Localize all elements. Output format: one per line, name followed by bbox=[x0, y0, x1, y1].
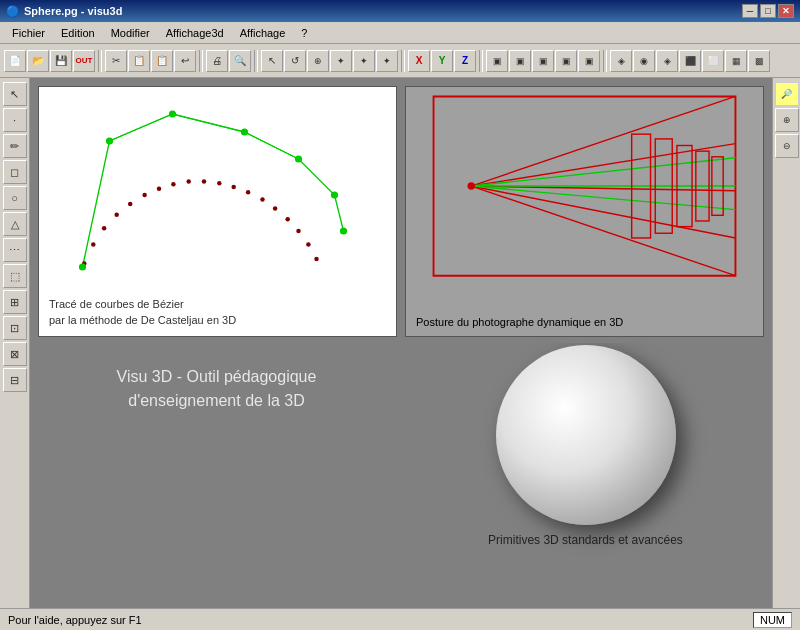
svg-point-13 bbox=[260, 197, 265, 202]
tb-axis-x[interactable]: X bbox=[408, 50, 430, 72]
canvas-area: Tracé de courbes de Bézier par la méthod… bbox=[30, 78, 772, 608]
menu-edition[interactable]: Edition bbox=[53, 25, 103, 41]
app-icon: 🔵 bbox=[6, 5, 20, 18]
tb-copy[interactable]: 📋 bbox=[128, 50, 150, 72]
bezier-label: Tracé de courbes de Bézier par la méthod… bbox=[49, 297, 236, 328]
svg-line-28 bbox=[245, 132, 299, 159]
sidebar-line[interactable]: ✏ bbox=[3, 134, 27, 158]
title-bar: 🔵 Sphere.pg - visu3d ─ □ ✕ bbox=[0, 0, 800, 22]
minimize-button[interactable]: ─ bbox=[742, 4, 758, 18]
tb-render6[interactable]: ▦ bbox=[725, 50, 747, 72]
svg-point-12 bbox=[246, 190, 251, 195]
svg-line-26 bbox=[110, 114, 173, 141]
title-bar-controls: ─ □ ✕ bbox=[742, 4, 794, 18]
svg-line-27 bbox=[173, 114, 245, 132]
tb-rotate[interactable]: ↺ bbox=[284, 50, 306, 72]
photo-quadrant: Posture du photographe dynamique en 3D bbox=[401, 78, 772, 343]
sidebar-circle[interactable]: ○ bbox=[3, 186, 27, 210]
svg-point-3 bbox=[114, 213, 119, 218]
tb-cursor[interactable]: ↖ bbox=[261, 50, 283, 72]
tb-render1[interactable]: ◈ bbox=[610, 50, 632, 72]
sidebar-tool8[interactable]: ⊞ bbox=[3, 290, 27, 314]
tb-render7[interactable]: ▩ bbox=[748, 50, 770, 72]
toolbar-sep-5 bbox=[479, 50, 483, 72]
sphere-quadrant: Primitives 3D standards et avancées bbox=[401, 343, 772, 608]
right-sidebar-btn2[interactable]: ⊕ bbox=[775, 108, 799, 132]
tb-cut[interactable]: ✂ bbox=[105, 50, 127, 72]
sphere-object bbox=[496, 345, 676, 525]
menu-affichage3d[interactable]: Affichage3d bbox=[158, 25, 232, 41]
window-title: Sphere.pg - visu3d bbox=[24, 5, 122, 17]
sidebar-tool11[interactable]: ⊟ bbox=[3, 368, 27, 392]
tb-view4[interactable]: ▣ bbox=[555, 50, 577, 72]
menu-aide[interactable]: ? bbox=[293, 25, 315, 41]
tb-view2[interactable]: ▣ bbox=[509, 50, 531, 72]
tb-new[interactable]: 📄 bbox=[4, 50, 26, 72]
sidebar-rect[interactable]: ◻ bbox=[3, 160, 27, 184]
toolbar-sep-2 bbox=[199, 50, 203, 72]
tb-axis-z[interactable]: Z bbox=[454, 50, 476, 72]
svg-point-15 bbox=[285, 217, 290, 222]
menu-modifier[interactable]: Modifier bbox=[103, 25, 158, 41]
tb-zoom[interactable]: 🔍 bbox=[229, 50, 251, 72]
svg-point-6 bbox=[157, 186, 162, 191]
sidebar-tool6[interactable]: ⋯ bbox=[3, 238, 27, 262]
tb-axis-y[interactable]: Y bbox=[431, 50, 453, 72]
svg-point-11 bbox=[231, 185, 236, 190]
svg-point-2 bbox=[102, 226, 107, 231]
right-sidebar: 🔎 ⊕ ⊖ bbox=[772, 78, 800, 608]
right-sidebar-btn3[interactable]: ⊖ bbox=[775, 134, 799, 158]
svg-point-25 bbox=[340, 227, 347, 234]
close-button[interactable]: ✕ bbox=[778, 4, 794, 18]
menu-bar: Fichier Edition Modifier Affichage3d Aff… bbox=[0, 22, 800, 44]
sidebar-tool10[interactable]: ⊠ bbox=[3, 342, 27, 366]
tb-save[interactable]: 💾 bbox=[50, 50, 72, 72]
toolbar: 📄 📂 💾 OUT ✂ 📋 📋 ↩ 🖨 🔍 ↖ ↺ ⊕ ✦ ✦ ✦ X Y Z … bbox=[0, 44, 800, 78]
right-sidebar-btn1[interactable]: 🔎 bbox=[775, 82, 799, 106]
main-area: ↖ · ✏ ◻ ○ △ ⋯ ⬚ ⊞ ⊡ ⊠ ⊟ bbox=[0, 78, 800, 608]
svg-point-18 bbox=[314, 257, 319, 262]
sidebar-tool9[interactable]: ⊡ bbox=[3, 316, 27, 340]
tb-tool3[interactable]: ⊕ bbox=[307, 50, 329, 72]
svg-point-8 bbox=[186, 179, 191, 184]
svg-point-4 bbox=[128, 202, 133, 207]
tb-tool4[interactable]: ✦ bbox=[330, 50, 352, 72]
tb-render3[interactable]: ◈ bbox=[656, 50, 678, 72]
tb-undo[interactable]: ↩ bbox=[174, 50, 196, 72]
photo-svg bbox=[406, 87, 763, 304]
sphere-label: Primitives 3D standards et avancées bbox=[488, 533, 683, 547]
svg-point-17 bbox=[306, 242, 311, 247]
tb-open[interactable]: 📂 bbox=[27, 50, 49, 72]
tb-export[interactable]: OUT bbox=[73, 50, 95, 72]
tb-print[interactable]: 🖨 bbox=[206, 50, 228, 72]
bezier-quadrant: Tracé de courbes de Bézier par la méthod… bbox=[30, 78, 401, 343]
photo-panel[interactable]: Posture du photographe dynamique en 3D bbox=[405, 86, 764, 337]
sidebar-point[interactable]: · bbox=[3, 108, 27, 132]
desc-text: Visu 3D - Outil pédagogique d'enseigneme… bbox=[117, 365, 317, 413]
tb-view1[interactable]: ▣ bbox=[486, 50, 508, 72]
maximize-button[interactable]: □ bbox=[760, 4, 776, 18]
menu-affichage[interactable]: Affichage bbox=[232, 25, 294, 41]
left-sidebar: ↖ · ✏ ◻ ○ △ ⋯ ⬚ ⊞ ⊡ ⊠ ⊟ bbox=[0, 78, 30, 608]
svg-point-19 bbox=[79, 263, 86, 270]
menu-fichier[interactable]: Fichier bbox=[4, 25, 53, 41]
tb-tool6[interactable]: ✦ bbox=[376, 50, 398, 72]
sidebar-tool7[interactable]: ⬚ bbox=[3, 264, 27, 288]
tb-render5[interactable]: ⬜ bbox=[702, 50, 724, 72]
photo-label: Posture du photographe dynamique en 3D bbox=[416, 316, 623, 328]
svg-point-16 bbox=[296, 229, 301, 234]
tb-view5[interactable]: ▣ bbox=[578, 50, 600, 72]
sidebar-select[interactable]: ↖ bbox=[3, 82, 27, 106]
toolbar-sep-4 bbox=[401, 50, 405, 72]
svg-point-7 bbox=[171, 182, 176, 187]
tb-render2[interactable]: ◉ bbox=[633, 50, 655, 72]
sidebar-tool5[interactable]: △ bbox=[3, 212, 27, 236]
svg-point-24 bbox=[331, 191, 338, 198]
status-help-text: Pour l'aide, appuyez sur F1 bbox=[8, 614, 142, 626]
toolbar-sep-6 bbox=[603, 50, 607, 72]
bezier-panel[interactable]: Tracé de courbes de Bézier par la méthod… bbox=[38, 86, 397, 337]
tb-view3[interactable]: ▣ bbox=[532, 50, 554, 72]
tb-paste[interactable]: 📋 bbox=[151, 50, 173, 72]
tb-tool5[interactable]: ✦ bbox=[353, 50, 375, 72]
tb-render4[interactable]: ⬛ bbox=[679, 50, 701, 72]
